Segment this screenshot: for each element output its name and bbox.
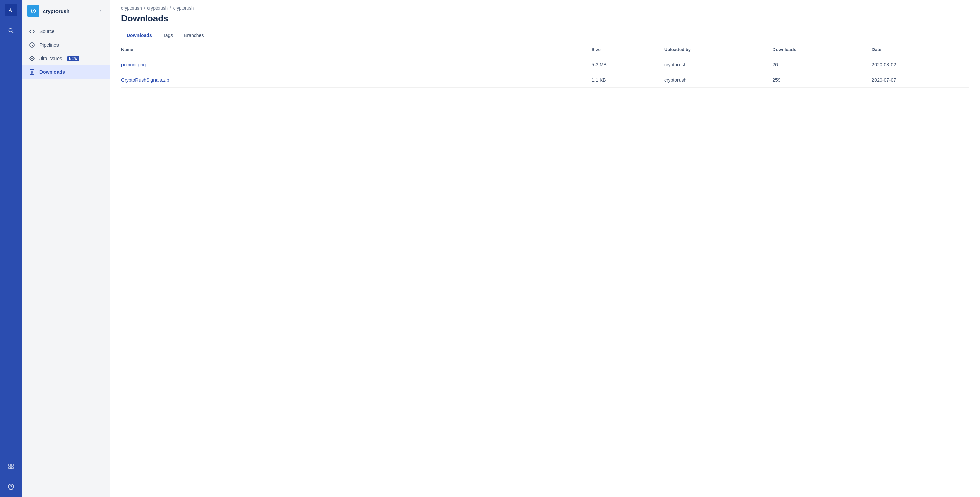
tab-branches[interactable]: Branches (178, 29, 209, 42)
downloads-count-cell: 26 (768, 57, 867, 73)
icon-rail (0, 0, 22, 497)
breadcrumb-part-3[interactable]: cryptorush (173, 5, 194, 11)
svg-rect-10 (30, 70, 34, 75)
table-row: CryptoRushSignals.zip 1.1 KB cryptorush … (121, 73, 969, 88)
breadcrumb-sep-2: / (170, 5, 171, 11)
breadcrumb-part-1[interactable]: cryptorush (121, 5, 142, 11)
svg-point-1 (9, 29, 12, 32)
sidebar-nav: Source Pipelines Jira issues NEW (22, 22, 110, 82)
sidebar: cryptorush ‹ Source Pipelines (22, 0, 110, 497)
add-icon[interactable] (5, 45, 17, 57)
grid-icon[interactable] (5, 460, 17, 473)
date-cell: 2020-08-02 (868, 57, 969, 73)
svg-point-9 (31, 58, 33, 59)
downloads-table-container: Name Size Uploaded by Downloads Date pcm… (110, 42, 980, 88)
col-uploaded-by: Uploaded by (660, 42, 768, 57)
file-name-link-1[interactable]: CryptoRushSignals.zip (121, 77, 169, 83)
main-content: cryptorush / cryptorush / cryptorush Dow… (110, 0, 980, 497)
sidebar-item-pipelines-label: Pipelines (40, 42, 59, 48)
col-size: Size (588, 42, 660, 57)
help-icon[interactable] (5, 481, 17, 493)
svg-point-7 (11, 488, 11, 489)
table-row: pcmoni.png 5.3 MB cryptorush 26 2020-08-… (121, 57, 969, 73)
repo-name: cryptorush (43, 8, 69, 14)
col-date: Date (868, 42, 969, 57)
sidebar-item-jira[interactable]: Jira issues NEW (22, 52, 110, 65)
tabs: Downloads Tags Branches (110, 29, 980, 42)
tab-tags[interactable]: Tags (158, 29, 179, 42)
file-name-cell: pcmoni.png (121, 57, 588, 73)
sidebar-item-jira-label: Jira issues (40, 56, 62, 61)
sidebar-item-downloads-label: Downloads (40, 69, 65, 75)
svg-rect-4 (8, 467, 11, 469)
svg-rect-3 (11, 464, 13, 466)
file-size-cell: 1.1 KB (588, 73, 660, 88)
file-name-cell: CryptoRushSignals.zip (121, 73, 588, 88)
app-logo-icon[interactable] (5, 4, 17, 16)
sidebar-item-source[interactable]: Source (22, 24, 110, 38)
jira-icon (29, 55, 35, 62)
downloads-table: Name Size Uploaded by Downloads Date pcm… (121, 42, 969, 88)
breadcrumb: cryptorush / cryptorush / cryptorush (110, 0, 980, 11)
downloads-count-cell: 259 (768, 73, 867, 88)
date-cell: 2020-07-07 (868, 73, 969, 88)
pipelines-icon (29, 41, 35, 48)
breadcrumb-sep-1: / (144, 5, 145, 11)
file-size-cell: 5.3 MB (588, 57, 660, 73)
repo-icon (27, 5, 40, 17)
collapse-sidebar-button[interactable]: ‹ (96, 7, 105, 15)
svg-rect-5 (11, 467, 13, 469)
sidebar-item-downloads[interactable]: Downloads (22, 65, 110, 79)
table-header-row: Name Size Uploaded by Downloads Date (121, 42, 969, 57)
col-name: Name (121, 42, 588, 57)
svg-rect-2 (8, 464, 11, 466)
sidebar-item-pipelines[interactable]: Pipelines (22, 38, 110, 52)
col-downloads: Downloads (768, 42, 867, 57)
uploader-cell: cryptorush (660, 73, 768, 88)
sidebar-header: cryptorush ‹ (22, 0, 110, 22)
downloads-icon (29, 69, 35, 76)
uploader-cell: cryptorush (660, 57, 768, 73)
breadcrumb-part-2[interactable]: cryptorush (147, 5, 168, 11)
page-title: Downloads (110, 11, 980, 29)
tab-downloads[interactable]: Downloads (121, 29, 158, 42)
jira-new-badge: NEW (67, 56, 79, 61)
source-icon (29, 28, 35, 35)
file-name-link-0[interactable]: pcmoni.png (121, 62, 146, 67)
sidebar-item-source-label: Source (40, 29, 54, 34)
search-icon[interactable] (5, 24, 17, 37)
